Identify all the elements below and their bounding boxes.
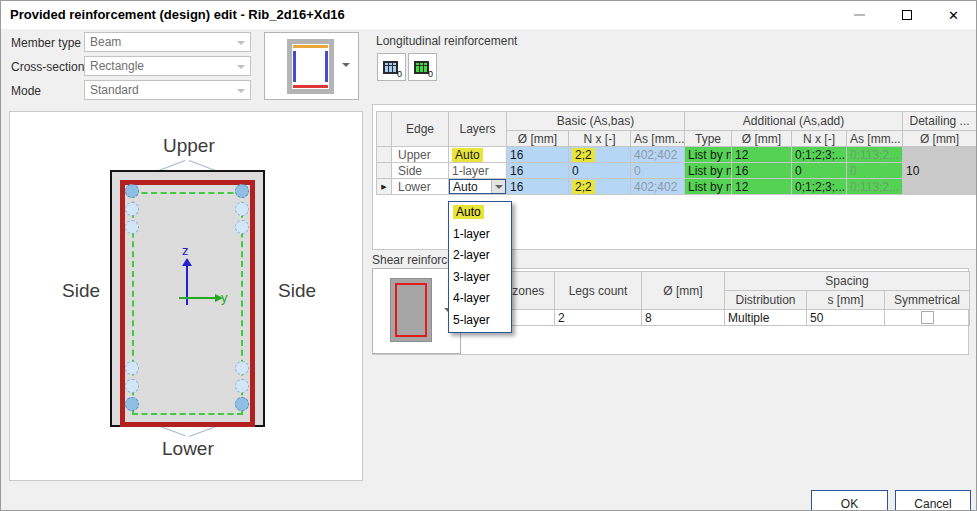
- col-header-add-type: Type: [685, 131, 732, 147]
- longitudinal-table-green-button[interactable]: 0: [408, 53, 437, 81]
- z-axis-label: z: [182, 243, 189, 258]
- chevron-down-icon: [237, 65, 245, 69]
- add-nx-cell[interactable]: 0;1;2;3;...: [792, 147, 847, 163]
- mode-value: Standard: [90, 83, 139, 97]
- col-header-basic-nx: N x [-]: [569, 131, 631, 147]
- maximize-button[interactable]: [884, 1, 929, 29]
- titlebar: Provided reinforcement (design) edit - R…: [1, 1, 976, 29]
- s-cell[interactable]: 50: [807, 310, 885, 326]
- table-row-side: Side 1-layer 16 0 0 List by n... 16 0 0: [377, 163, 977, 179]
- longitudinal-table-blue-button[interactable]: 0: [377, 53, 406, 81]
- add-nx-cell[interactable]: 0;1;2;3;...: [792, 179, 847, 195]
- cross-section-icon: [287, 39, 334, 94]
- detailing-dia-cell: 10: [903, 147, 977, 195]
- layers-option-5layer[interactable]: 5-layer: [449, 310, 511, 332]
- col-header-add-nx: N x [-]: [792, 131, 847, 147]
- layers-option-4layer[interactable]: 4-layer: [449, 288, 511, 310]
- ok-button[interactable]: OK: [811, 490, 888, 511]
- add-dia-cell[interactable]: 16: [732, 163, 792, 179]
- basic-nx-cell[interactable]: 2;2: [569, 147, 631, 163]
- add-as-cell: 0;113;2...: [847, 179, 903, 195]
- layers-option-2layer[interactable]: 2-layer: [449, 245, 511, 267]
- add-dia-cell[interactable]: 12: [732, 147, 792, 163]
- symmetrical-checkbox[interactable]: [921, 311, 934, 324]
- layers-option-3layer[interactable]: 3-layer: [449, 267, 511, 289]
- lower-rebar-line: [293, 85, 328, 88]
- rebar-icon: [235, 184, 249, 198]
- minimize-icon: [854, 14, 865, 16]
- add-dia-cell[interactable]: 12: [732, 179, 792, 195]
- layers-option-auto-label: Auto: [453, 205, 484, 219]
- group-header-basic: Basic (As,bas): [507, 112, 685, 131]
- basic-dia-cell[interactable]: 16: [507, 163, 569, 179]
- group-header-detailing: Detailing ...: [903, 112, 977, 131]
- rebar-ghost-icon: [125, 202, 139, 216]
- side-rebar-line: [325, 51, 328, 82]
- cross-section-label: Cross-section: [11, 60, 84, 74]
- symmetrical-cell: [885, 310, 970, 326]
- window-title: Provided reinforcement (design) edit - R…: [10, 7, 345, 22]
- col-header-add-as: As [mm...: [847, 131, 903, 147]
- layers-cell: Auto: [449, 179, 507, 195]
- row-indicator-active: ▶: [377, 179, 392, 195]
- add-type-cell[interactable]: List by n...: [685, 179, 732, 195]
- layers-option-1layer[interactable]: 1-layer: [449, 224, 511, 246]
- edge-cell: Lower: [392, 179, 449, 195]
- button-count: 0: [428, 69, 433, 79]
- table-row-lower: ▶ Lower Auto 16 2;2 402;402 List by n...…: [377, 179, 977, 195]
- minimize-button: [837, 1, 882, 29]
- rebar-icon: [125, 397, 139, 411]
- layers-combobox[interactable]: Auto: [449, 179, 507, 195]
- side-rebar-line: [293, 51, 296, 82]
- chevron-down-icon: [237, 89, 245, 93]
- basic-dia-cell[interactable]: 16: [507, 147, 569, 163]
- member-type-select: Beam: [84, 32, 251, 52]
- basic-nx-cell[interactable]: 0: [569, 163, 631, 179]
- shear-dia-cell[interactable]: 8: [642, 310, 725, 326]
- add-nx-cell[interactable]: 0: [792, 163, 847, 179]
- add-as-cell: 0: [847, 163, 903, 179]
- layers-cell[interactable]: 1-layer: [449, 163, 507, 179]
- rebar-icon: [235, 397, 249, 411]
- chevron-down-icon: [237, 41, 245, 45]
- legs-count-cell[interactable]: 2: [555, 310, 642, 326]
- y-axis-label: y: [221, 290, 228, 305]
- stirrup-section-icon: [390, 278, 432, 342]
- col-header-detailing-dia: Ø [mm]: [903, 131, 977, 147]
- layers-cell[interactable]: Auto: [449, 147, 507, 163]
- longitudinal-table: Edge Layers Basic (As,bas) Additional (A…: [376, 111, 977, 195]
- rebar-ghost-icon: [235, 220, 249, 234]
- cancel-button[interactable]: Cancel: [895, 490, 971, 511]
- rebar-icon: [125, 184, 139, 198]
- rebar-ghost-icon: [125, 361, 139, 375]
- add-type-cell[interactable]: List by n...: [685, 147, 732, 163]
- basic-dia-cell[interactable]: 16: [507, 179, 569, 195]
- button-count: 0: [397, 69, 402, 79]
- diagram-label-lower: Lower: [162, 438, 214, 460]
- combobox-dropdown-button[interactable]: [491, 180, 505, 193]
- cross-section-value: Rectangle: [90, 59, 144, 73]
- shear-table: Stirrup zones Legs count Ø [mm] Spacing …: [463, 271, 970, 326]
- basic-nx-highlighted: 2;2: [572, 180, 595, 194]
- add-type-cell[interactable]: List by n...: [685, 163, 732, 179]
- cross-section-preview-combo[interactable]: [264, 32, 359, 100]
- distribution-cell[interactable]: Multiple: [725, 310, 807, 326]
- layers-dropdown-list: Auto 1-layer 2-layer 3-layer 4-layer 5-l…: [448, 201, 512, 333]
- longitudinal-section-label: Longitudinal reinforcement: [376, 34, 517, 48]
- cross-section-diagram: Upper Side Side Lower z y: [9, 111, 363, 481]
- mode-label: Mode: [11, 84, 41, 98]
- close-icon: ✕: [948, 9, 959, 22]
- basic-nx-cell[interactable]: 2;2: [569, 179, 631, 195]
- col-header-add-dia: Ø [mm]: [732, 131, 792, 147]
- rebar-ghost-icon: [235, 202, 249, 216]
- group-header-spacing: Spacing: [725, 272, 970, 291]
- layers-option-auto[interactable]: Auto: [449, 202, 511, 224]
- diagram-label-side-left: Side: [62, 280, 100, 302]
- col-header-legs-count: Legs count: [555, 272, 642, 310]
- diagram-label-side-right: Side: [278, 280, 316, 302]
- stirrup-icon: [395, 283, 427, 337]
- close-button[interactable]: ✕: [931, 1, 976, 29]
- rebar-ghost-icon: [125, 379, 139, 393]
- col-header-shear-dia: Ø [mm]: [642, 272, 725, 310]
- chevron-down-icon[interactable]: [342, 63, 350, 67]
